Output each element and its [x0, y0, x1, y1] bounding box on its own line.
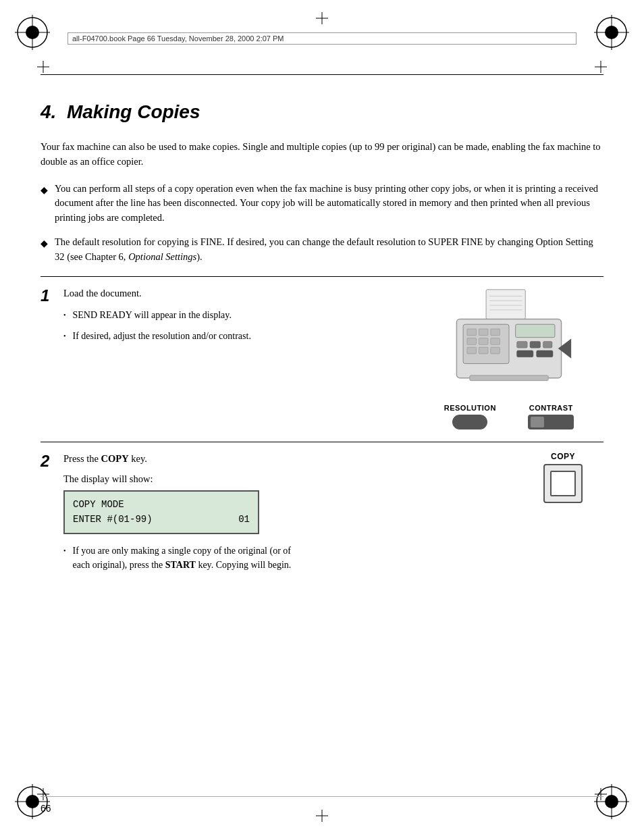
chapter-title: 4. Making Copies: [41, 101, 603, 123]
step2-sub: • If you are only making a single copy o…: [63, 544, 502, 572]
svg-rect-35: [467, 329, 477, 336]
display-line2-left: ENTER #(01-99): [73, 512, 153, 527]
copy-key-label: COPY: [551, 452, 575, 461]
svg-rect-28: [486, 290, 525, 319]
step2-divider: [41, 442, 603, 442]
bottom-rule: [41, 796, 603, 797]
bullet-text-1: You can perform all steps of a copy oper…: [55, 182, 603, 226]
step1-content: Load the document. • SEND READY will app…: [63, 286, 603, 429]
sub-bullet-dot-1: •: [63, 310, 66, 320]
svg-rect-40: [491, 338, 500, 345]
svg-rect-39: [479, 338, 488, 345]
step1-left: Load the document. • SEND READY will app…: [63, 286, 401, 350]
step1-number: 1: [41, 286, 55, 305]
inner-mark-tl: [37, 61, 49, 73]
step1-sub1-text: SEND READY will appear in the display.: [73, 308, 269, 322]
bottom-center-mark: [316, 810, 328, 822]
step2-content: Press the COPY key. The display will sho…: [63, 452, 603, 579]
buttons-row: RESOLUTION CONTRAST: [428, 404, 590, 429]
page: all-F04700.book Page 66 Tuesday, Novembe…: [0, 0, 644, 834]
resolution-button: [452, 415, 487, 429]
step1-divider: [41, 276, 603, 277]
fax-machine-illustration: [428, 286, 590, 394]
page-number: 66: [41, 803, 51, 814]
step2-number: 2: [41, 452, 55, 471]
contrast-group: CONTRAST: [528, 404, 574, 429]
display-line2: ENTER #(01-99) 01: [73, 512, 250, 527]
resolution-label: RESOLUTION: [444, 404, 496, 412]
corner-mark-tr: [591, 12, 632, 53]
svg-rect-46: [530, 342, 541, 348]
copy-key-inner: [550, 471, 576, 496]
top-center-mark: [316, 12, 328, 24]
svg-rect-44: [516, 324, 555, 337]
step1-container: 1 Load the document. • SEND READY will a…: [41, 286, 603, 429]
step2-container: 2 Press the COPY key. The display will s…: [41, 452, 603, 579]
copy-key-button: [543, 464, 583, 503]
step1-sub1: • SEND READY will appear in the display.: [63, 308, 401, 322]
header-file-info: all-F04700.book Page 66 Tuesday, Novembe…: [72, 34, 284, 43]
svg-rect-49: [537, 350, 553, 357]
svg-rect-51: [470, 375, 548, 381]
svg-rect-37: [491, 329, 500, 336]
main-content: 4. Making Copies Your fax machine can al…: [41, 81, 603, 793]
svg-rect-43: [491, 347, 500, 354]
step1-title: Load the document.: [63, 286, 401, 301]
header-bar: all-F04700.book Page 66 Tuesday, Novembe…: [68, 32, 576, 45]
bullet-diamond-2: ◆: [41, 236, 48, 251]
display-line1: COPY MODE: [73, 497, 250, 512]
display-intro: The display will show:: [63, 473, 502, 485]
bullet-item-2: ◆ The default resolution for copying is …: [41, 235, 603, 265]
step2-left: Press the COPY key. The display will sho…: [63, 452, 502, 579]
svg-rect-41: [467, 347, 477, 354]
inner-mark-tr: [595, 61, 607, 73]
svg-rect-45: [517, 342, 528, 348]
svg-rect-38: [467, 338, 477, 345]
top-rule: [41, 74, 603, 75]
intro-paragraph: Your fax machine can also be used to mak…: [41, 140, 603, 170]
bullet-diamond-1: ◆: [41, 183, 48, 197]
svg-rect-48: [517, 350, 533, 357]
svg-rect-42: [479, 347, 488, 354]
contrast-label: CONTRAST: [529, 404, 573, 412]
step1-sub2-text: If desired, adjust the resolution and/or…: [73, 329, 269, 343]
contrast-button: [528, 415, 574, 429]
resolution-group: RESOLUTION: [444, 404, 496, 429]
corner-mark-tl: [12, 12, 53, 53]
sub-bullet-dot-2: •: [63, 331, 66, 341]
svg-rect-47: [543, 342, 552, 348]
display-box: COPY MODE ENTER #(01-99) 01: [63, 490, 259, 534]
sub-bullet-dot-step2: •: [63, 546, 66, 556]
step2-title: Press the COPY key.: [63, 452, 502, 467]
bullet-section: ◆ You can perform all steps of a copy op…: [41, 182, 603, 265]
svg-rect-36: [479, 329, 488, 336]
step2-right: COPY: [522, 452, 603, 503]
bullet-item-1: ◆ You can perform all steps of a copy op…: [41, 182, 603, 226]
contrast-btn-inner: [531, 417, 544, 427]
step2-sub-text: If you are only making a single copy of …: [73, 544, 302, 572]
step2-layout: Press the COPY key. The display will sho…: [63, 452, 603, 579]
step1-right: RESOLUTION CONTRAST: [414, 286, 603, 429]
step1-sub2: • If desired, adjust the resolution and/…: [63, 329, 401, 343]
display-line2-right: 01: [238, 512, 250, 527]
bullet-text-2: The default resolution for copying is FI…: [55, 235, 603, 265]
step1-layout: Load the document. • SEND READY will app…: [63, 286, 603, 429]
